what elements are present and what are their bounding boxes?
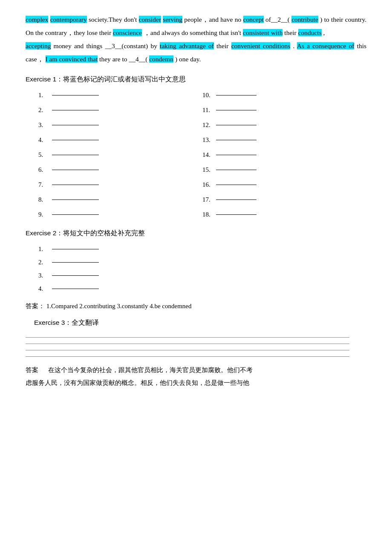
list-item: 3. xyxy=(38,119,202,132)
list-item: 4. xyxy=(38,282,366,295)
exercise1-title: Exercise 1：将蓝色标记的词汇或者短语写出中文意思 xyxy=(26,73,366,85)
highlight-serving: serving xyxy=(163,16,182,23)
answer-section: 答案 在这个当今复杂的社会，跟其他官员相比，海关官员更加腐败。他们不考 虑服务人… xyxy=(26,364,366,389)
list-item: 16. xyxy=(202,178,366,191)
highlight-convenient-conditions: convenient conditions xyxy=(231,42,291,49)
exercise1-grid: 1. 10. 2. 11. 3. 12. 4. 13. 5. 14. 6. xyxy=(38,89,366,221)
answer-line-2: 虑服务人民，没有为国家做贡献的概念。相反，他们失去良知，总是做一些与他 xyxy=(26,376,366,389)
list-item: 18. xyxy=(202,208,366,221)
list-item: 12. xyxy=(202,119,366,132)
answers-content: 1.Compared 2.contributing 3.constantly 4… xyxy=(46,303,192,309)
highlight-concept: concept xyxy=(243,16,264,23)
list-item: 8. xyxy=(38,193,202,206)
list-item: 7. xyxy=(38,178,202,191)
highlight-conscience: conscience xyxy=(113,29,142,36)
list-item: 1. xyxy=(38,243,366,256)
list-item: 4. xyxy=(38,133,202,147)
highlight-condemn: condemn xyxy=(149,55,173,63)
answers-section: 答案： 1.Compared 2.contributing 3.constant… xyxy=(26,300,366,312)
highlight-complex: complex xyxy=(26,16,48,23)
exercise2-title: Exercise 2：将短文中的空格处补充完整 xyxy=(26,227,366,239)
highlight-conducts: conducts xyxy=(298,29,322,36)
exercise3-title: Exercise 3：全文翻译 xyxy=(34,317,99,329)
list-item: 11. xyxy=(202,104,366,117)
answers-label: 答案： xyxy=(26,303,45,309)
highlight-as-consequence: As a consequence of xyxy=(297,42,355,49)
list-item: 5. xyxy=(38,148,202,162)
list-item: 1. xyxy=(38,89,202,102)
list-item: 14. xyxy=(202,148,366,162)
highlight-accepting: accepting xyxy=(26,42,51,49)
list-item: 2. xyxy=(38,256,366,269)
highlight-contribute: contribute xyxy=(291,16,318,23)
list-item: 9. xyxy=(38,208,202,221)
list-item: 13. xyxy=(202,133,366,147)
answer-label: 答案 在这个当今复杂的社会，跟其他官员相比，海关官员更加腐败。他们不考 xyxy=(26,364,366,376)
list-item: 17. xyxy=(202,193,366,206)
exercise2-list: 1. 2. 3. 4. xyxy=(38,243,366,295)
highlight-contemporary: contemporary xyxy=(50,16,87,23)
list-item: 6. xyxy=(38,163,202,176)
highlight-taking-advantage: taking advantage of xyxy=(160,42,214,49)
highlight-consistent-with: consistent with xyxy=(243,29,282,36)
list-item: 3. xyxy=(38,269,366,282)
passage-text: complex contemporary society.They don't … xyxy=(26,13,366,66)
list-item: 15. xyxy=(202,163,366,176)
list-item: 10. xyxy=(202,89,366,102)
highlight-consider: consider xyxy=(139,16,161,23)
translation-area xyxy=(26,337,366,357)
list-item: 2. xyxy=(38,104,202,117)
highlight-i-am-convinced: I am convinced that xyxy=(46,55,98,63)
